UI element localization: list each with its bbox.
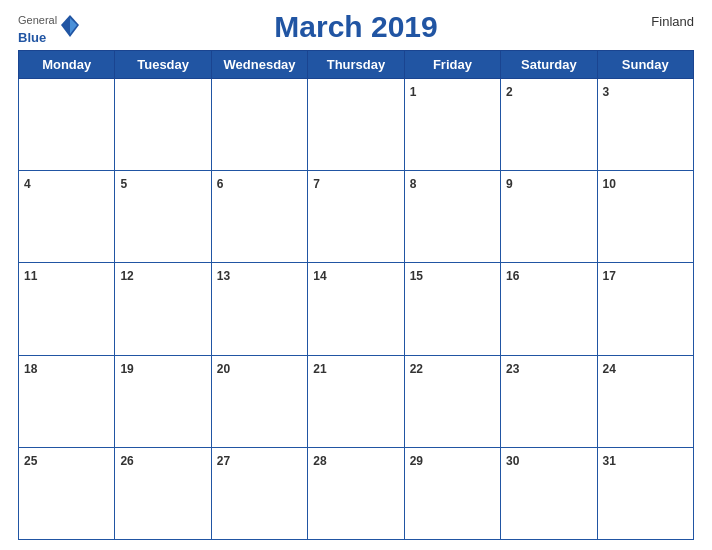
day-number-4: 4 — [24, 177, 31, 191]
logo-general-text: General — [18, 14, 57, 26]
day-number-7: 7 — [313, 177, 320, 191]
empty-cell — [19, 79, 115, 171]
day-cell-21: 21 — [308, 355, 404, 447]
empty-cell — [115, 79, 211, 171]
day-number-8: 8 — [410, 177, 417, 191]
day-number-3: 3 — [603, 85, 610, 99]
day-cell-22: 22 — [404, 355, 500, 447]
day-cell-5: 5 — [115, 171, 211, 263]
weekday-header-monday: Monday — [19, 51, 115, 79]
day-number-27: 27 — [217, 454, 230, 468]
week-row-4: 18192021222324 — [19, 355, 694, 447]
day-number-17: 17 — [603, 269, 616, 283]
calendar-table: MondayTuesdayWednesdayThursdayFridaySatu… — [18, 50, 694, 540]
day-cell-23: 23 — [501, 355, 597, 447]
day-cell-6: 6 — [211, 171, 307, 263]
calendar-header: General Blue March 2019 Finland — [18, 10, 694, 44]
day-cell-16: 16 — [501, 263, 597, 355]
empty-cell — [211, 79, 307, 171]
day-cell-10: 10 — [597, 171, 693, 263]
day-cell-8: 8 — [404, 171, 500, 263]
day-number-24: 24 — [603, 362, 616, 376]
day-cell-30: 30 — [501, 447, 597, 539]
logo-blue-text: Blue — [18, 30, 46, 45]
day-number-16: 16 — [506, 269, 519, 283]
day-cell-7: 7 — [308, 171, 404, 263]
day-number-31: 31 — [603, 454, 616, 468]
week-row-3: 11121314151617 — [19, 263, 694, 355]
day-number-20: 20 — [217, 362, 230, 376]
weekday-header-tuesday: Tuesday — [115, 51, 211, 79]
day-number-9: 9 — [506, 177, 513, 191]
day-cell-24: 24 — [597, 355, 693, 447]
day-cell-28: 28 — [308, 447, 404, 539]
day-cell-4: 4 — [19, 171, 115, 263]
logo-icon — [61, 15, 79, 37]
day-number-23: 23 — [506, 362, 519, 376]
day-cell-9: 9 — [501, 171, 597, 263]
day-number-30: 30 — [506, 454, 519, 468]
logo: General Blue — [18, 10, 79, 46]
day-cell-11: 11 — [19, 263, 115, 355]
week-row-1: 123 — [19, 79, 694, 171]
day-cell-17: 17 — [597, 263, 693, 355]
weekday-header-friday: Friday — [404, 51, 500, 79]
day-cell-3: 3 — [597, 79, 693, 171]
day-number-25: 25 — [24, 454, 37, 468]
day-number-10: 10 — [603, 177, 616, 191]
day-cell-29: 29 — [404, 447, 500, 539]
weekday-header-row: MondayTuesdayWednesdayThursdayFridaySatu… — [19, 51, 694, 79]
day-number-22: 22 — [410, 362, 423, 376]
day-cell-25: 25 — [19, 447, 115, 539]
day-number-29: 29 — [410, 454, 423, 468]
day-number-19: 19 — [120, 362, 133, 376]
day-number-26: 26 — [120, 454, 133, 468]
weekday-header-wednesday: Wednesday — [211, 51, 307, 79]
day-number-1: 1 — [410, 85, 417, 99]
calendar-title: March 2019 — [274, 10, 437, 44]
day-number-6: 6 — [217, 177, 224, 191]
country-label: Finland — [651, 14, 694, 29]
weekday-header-saturday: Saturday — [501, 51, 597, 79]
day-number-15: 15 — [410, 269, 423, 283]
day-number-12: 12 — [120, 269, 133, 283]
weekday-header-thursday: Thursday — [308, 51, 404, 79]
day-number-28: 28 — [313, 454, 326, 468]
weekday-header-sunday: Sunday — [597, 51, 693, 79]
day-cell-31: 31 — [597, 447, 693, 539]
day-number-21: 21 — [313, 362, 326, 376]
day-number-14: 14 — [313, 269, 326, 283]
day-cell-15: 15 — [404, 263, 500, 355]
day-cell-14: 14 — [308, 263, 404, 355]
day-cell-27: 27 — [211, 447, 307, 539]
day-cell-2: 2 — [501, 79, 597, 171]
day-number-11: 11 — [24, 269, 37, 283]
day-number-13: 13 — [217, 269, 230, 283]
day-number-2: 2 — [506, 85, 513, 99]
week-row-5: 25262728293031 — [19, 447, 694, 539]
day-cell-12: 12 — [115, 263, 211, 355]
day-cell-13: 13 — [211, 263, 307, 355]
day-cell-19: 19 — [115, 355, 211, 447]
day-cell-1: 1 — [404, 79, 500, 171]
day-cell-20: 20 — [211, 355, 307, 447]
day-cell-18: 18 — [19, 355, 115, 447]
day-cell-26: 26 — [115, 447, 211, 539]
day-number-18: 18 — [24, 362, 37, 376]
week-row-2: 45678910 — [19, 171, 694, 263]
empty-cell — [308, 79, 404, 171]
day-number-5: 5 — [120, 177, 127, 191]
